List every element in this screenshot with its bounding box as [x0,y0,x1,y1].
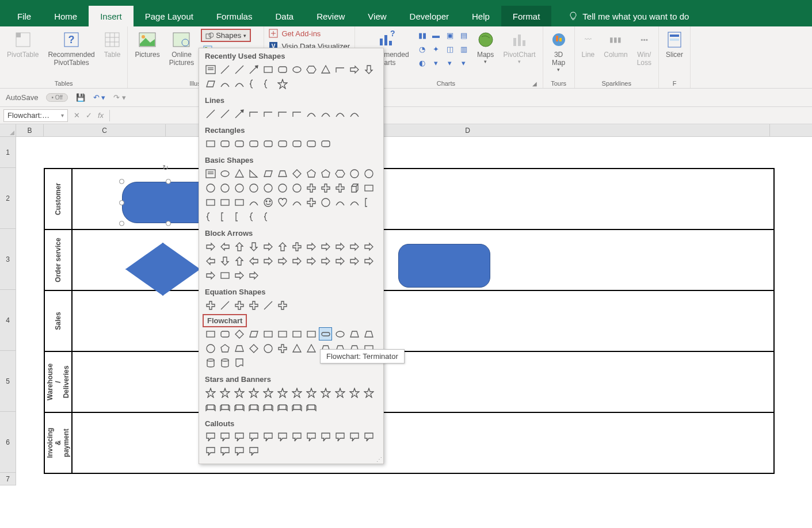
shape-arrR16[interactable] [261,254,275,267]
shape-roundrect5[interactable] [276,63,289,76]
shape-hex9[interactable] [333,167,346,180]
shape-callout7[interactable] [304,430,318,443]
shape-banner18[interactable] [290,400,303,414]
shape-arrL1[interactable] [218,240,231,253]
shape-arrR24[interactable] [204,269,217,282]
shape-arrR23[interactable] [362,254,375,267]
shape-callout4[interactable] [261,430,275,443]
shape-heart29[interactable] [276,196,289,209]
shape-banner15[interactable] [247,400,260,414]
tab-help[interactable]: Help [460,6,501,26]
undo-button[interactable]: ↶ ▾ [93,93,106,102]
shape-curly15[interactable] [247,77,260,90]
shape-circ16[interactable] [261,181,275,194]
shape-pent8[interactable] [319,167,332,180]
shape-callout5[interactable] [276,430,289,443]
btn-slicer[interactable]: Slicer [664,29,685,60]
tab-view[interactable]: View [356,6,398,26]
shape-curve27[interactable] [247,196,260,209]
shape-arrR7[interactable] [304,240,318,253]
shape-hex7[interactable] [304,63,318,76]
shape-arrU14[interactable] [232,254,246,267]
tab-file[interactable]: File [6,6,43,26]
shape-star17[interactable] [276,77,289,90]
shape-brkt38[interactable] [232,210,246,223]
shape-callout10[interactable] [348,430,361,443]
tab-page-layout[interactable]: Page Layout [134,6,205,26]
shape-doc26[interactable] [232,356,246,369]
shape-star0[interactable] [204,386,217,399]
shape-banner14[interactable] [232,400,246,414]
shape-line0[interactable] [204,107,217,120]
shape-rect0[interactable] [204,327,217,340]
shape-plus19[interactable] [304,181,318,194]
shape-dia2[interactable] [232,327,246,340]
shape-banner13[interactable] [218,400,231,414]
shape-star6[interactable] [290,386,303,399]
shape-callout13[interactable] [218,445,231,458]
col-header-b[interactable]: B [16,124,44,136]
shape-cyl24[interactable] [204,356,217,369]
shape-callout0[interactable] [204,430,217,443]
btn-recommended-pivottables[interactable]: ? Recommended PivotTables [45,29,97,68]
shape-brkt37[interactable] [218,210,231,223]
tab-home[interactable]: Home [43,6,89,26]
row-header-5[interactable]: 5 [0,351,16,412]
shape-roundrect2[interactable] [232,137,246,150]
shape-curve13[interactable] [218,77,231,90]
shape-arrR9[interactable] [333,240,346,253]
shape-star11[interactable] [362,386,375,399]
select-all-triangle[interactable] [0,124,16,136]
shape-arrR11[interactable] [362,240,375,253]
row-header-2[interactable]: 2 [0,168,16,229]
shape-plus0[interactable] [204,299,217,312]
shape-arrU5[interactable] [276,240,289,253]
shape-tri19[interactable] [304,342,318,355]
shape-elbow5[interactable] [276,107,289,120]
shape-terminator8[interactable] [319,327,332,340]
shape-para12[interactable] [204,77,217,90]
autosave-toggle[interactable]: • Off [46,93,67,102]
shape-line1[interactable] [218,107,231,120]
shape-roundrect3[interactable] [247,137,260,150]
tab-data[interactable]: Data [264,6,305,26]
shape-roundrect4[interactable] [261,137,275,150]
shape-arrR27[interactable] [247,269,260,282]
shape-circ17[interactable] [276,181,289,194]
shape-arrD13[interactable] [218,254,231,267]
shape-circ13[interactable] [218,181,231,194]
shape-callout11[interactable] [362,430,375,443]
shape-arrU2[interactable] [232,240,246,253]
shape-roundrect1[interactable] [218,137,231,150]
resize-handle[interactable] [166,179,171,184]
shape-ellipse9[interactable] [333,327,346,340]
shape-roundrect8[interactable] [319,137,332,150]
row-header-3[interactable]: 3 [0,229,16,290]
shape-arrR20[interactable] [319,254,332,267]
shape-callout8[interactable] [319,430,332,443]
btn-spark-winloss[interactable]: ▪▪▪Win/ Loss [635,29,654,68]
enter-formula-icon[interactable]: ✓ [86,111,92,120]
shape-circ11[interactable] [362,167,375,180]
shape-ellipse1[interactable] [218,167,231,180]
shape-callout12[interactable] [204,445,217,458]
resize-handle[interactable] [119,221,124,226]
shape-plus17[interactable] [276,342,289,355]
btn-pivotchart[interactable]: PivotChart▾ [501,29,538,66]
shape-curly36[interactable] [204,210,217,223]
shape-arrowline2[interactable] [232,107,246,120]
shape-curve30[interactable] [290,196,303,209]
shape-arrR0[interactable] [204,240,217,253]
shape-cube22[interactable] [348,181,361,194]
shape-tri8[interactable] [319,63,332,76]
shape-arrR26[interactable] [232,269,246,282]
shape-arrR10[interactable] [348,240,361,253]
shape-callout2[interactable] [232,430,246,443]
shape-elbow6[interactable] [290,107,303,120]
chart-type-grid[interactable]: ▮▮▬▣▤ ◔✦◫▥ ◐▾▾▾ [416,29,470,69]
shape-pent7[interactable] [304,167,318,180]
shape-star5[interactable] [276,386,289,399]
shape-pent13[interactable] [218,342,231,355]
shape-arrR4[interactable] [261,240,275,253]
shape-arrL15[interactable] [247,254,260,267]
